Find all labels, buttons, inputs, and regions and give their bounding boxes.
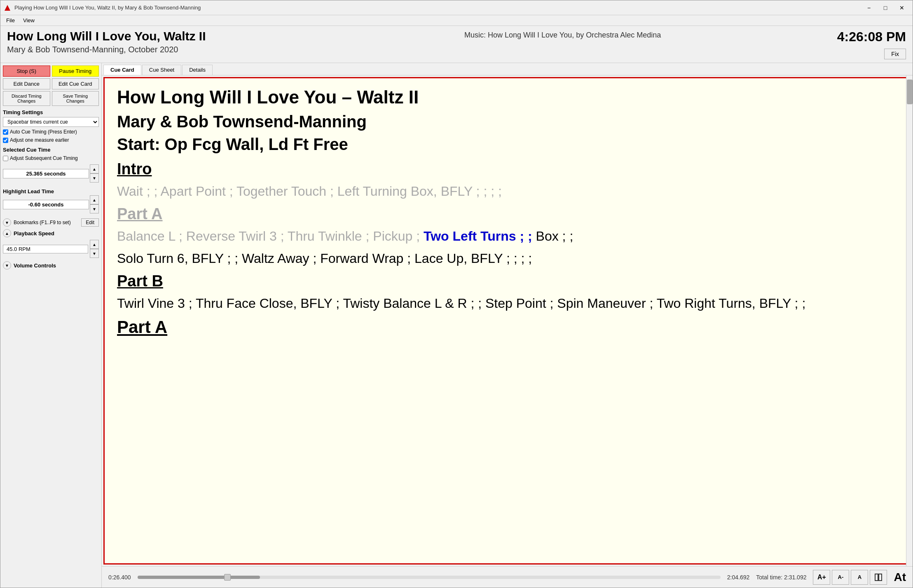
timing-change-buttons: Discard Timing Changes Save Timing Chang… <box>3 91 99 106</box>
cue-card-author: Mary & Bob Townsend-Manning <box>117 112 897 131</box>
cue-highlight-text: Two Left Turns ; ; <box>424 229 536 244</box>
header-right: 4:26:08 PM Fix <box>837 29 906 59</box>
rpm-up-button[interactable]: ▲ <box>90 240 99 249</box>
adjust-measure-checkbox[interactable] <box>3 138 8 143</box>
highlight-seconds-value: -0.60 seconds <box>3 200 89 209</box>
tab-cue-sheet[interactable]: Cue Sheet <box>142 65 181 75</box>
scrollbar-thumb[interactable] <box>907 80 913 104</box>
cue-arrows: ▲ ▼ <box>90 164 99 183</box>
time-start: 0:26.400 <box>108 574 131 581</box>
font-buttons: A+ A- A <box>813 570 887 585</box>
highlight-seconds-row: -0.60 seconds ▲ ▼ <box>3 195 99 213</box>
cue-card-title: How Long Will I Love You – Waltz II <box>117 87 897 108</box>
adjust-measure-row: Adjust one measure earlier <box>3 137 99 143</box>
main-window: Playing How Long Will I Love You, Waltz … <box>0 0 913 588</box>
main-content: Stop (S) Pause Timing Edit Dance Edit Cu… <box>0 63 913 588</box>
edit-dance-button[interactable]: Edit Dance <box>3 78 50 89</box>
auto-cue-row: Auto Cue Timing (Press Enter) <box>3 129 99 135</box>
bookmarks-label: Bookmarks (F1..F9 to set) <box>14 220 79 225</box>
progress-thumb[interactable] <box>224 574 231 581</box>
section-part-a: Part A <box>117 205 897 223</box>
selected-cue-label: Selected Cue Time <box>3 147 99 153</box>
layout-button[interactable] <box>870 570 887 585</box>
song-title: How Long Will I Love You, Waltz II <box>7 29 206 43</box>
highlight-up-button[interactable]: ▲ <box>90 195 99 204</box>
stop-button[interactable]: Stop (S) <box>3 66 50 77</box>
menu-bar: File View <box>0 15 913 26</box>
svg-rect-2 <box>879 574 882 581</box>
cue-line-part-a-2: Solo Turn 6, BFLY ; ; Waltz Away ; Forwa… <box>117 248 897 268</box>
cue-line-intro: Wait ; ; Apart Point ; Together Touch ; … <box>117 181 897 201</box>
cue-card[interactable]: How Long Will I Love You – Waltz II Mary… <box>103 77 911 565</box>
bookmarks-edit-button[interactable]: Edit <box>81 218 99 227</box>
edit-cue-card-button[interactable]: Edit Cue Card <box>52 78 99 89</box>
playback-collapse-button[interactable]: ▲ <box>3 229 11 237</box>
volume-label: Volume Controls <box>14 262 56 269</box>
auto-cue-label: Auto Cue Timing (Press Enter) <box>10 129 77 135</box>
music-info: Music: How Long Will I Love You, by Orch… <box>288 29 837 40</box>
cue-down-button[interactable]: ▼ <box>90 173 99 183</box>
app-icon <box>4 4 11 12</box>
font-increase-button[interactable]: A+ <box>813 570 830 585</box>
adjust-subsequent-label: Adjust Subsequent Cue Timing <box>10 155 78 161</box>
cue-normal-text-1: Box ; ; <box>536 229 574 244</box>
title-bar-text: Playing How Long Will I Love You, Waltz … <box>14 5 861 11</box>
highlight-label: Highlight Lead Time <box>3 188 99 194</box>
cue-card-start: Start: Op Fcg Wall, Ld Ft Free <box>117 135 897 154</box>
scrollbar[interactable] <box>906 75 913 566</box>
current-time: 4:26:08 PM <box>837 29 906 45</box>
cue-seconds-value: 25.365 seconds <box>3 169 89 178</box>
volume-collapse-button[interactable]: ▼ <box>3 261 11 269</box>
adjust-subsequent-checkbox[interactable] <box>3 156 8 161</box>
title-bar: Playing How Long Will I Love You, Waltz … <box>0 0 913 15</box>
section-intro: Intro <box>117 160 897 178</box>
highlight-down-button[interactable]: ▼ <box>90 204 99 213</box>
progress-fill <box>138 576 260 579</box>
progress-bar[interactable] <box>138 576 721 579</box>
cue-dim-text-1: Balance L ; Reverse Twirl 3 ; Thru Twink… <box>117 229 424 244</box>
section-part-b: Part B <box>117 272 897 290</box>
section-part-a-2: Part A <box>117 317 897 337</box>
cue-line-part-a-1: Balance L ; Reverse Twirl 3 ; Thru Twink… <box>117 226 897 246</box>
title-bar-controls: − □ ✕ <box>861 2 909 13</box>
menu-view[interactable]: View <box>19 16 39 24</box>
cue-seconds-row: 25.365 seconds ▲ ▼ <box>3 164 99 183</box>
header-row: How Long Will I Love You, Waltz II Mary … <box>7 29 906 59</box>
cue-card-wrapper: How Long Will I Love You – Waltz II Mary… <box>102 75 913 566</box>
content-area: Cue Card Cue Sheet Details How Long Will… <box>102 63 913 588</box>
close-button[interactable]: ✕ <box>894 2 909 13</box>
timing-settings-dropdown[interactable]: Spacebar times current cue <box>3 117 99 127</box>
tabs: Cue Card Cue Sheet Details <box>102 65 913 75</box>
minimize-button[interactable]: − <box>861 2 876 13</box>
volume-row: ▼ Volume Controls <box>3 261 99 269</box>
rpm-row: 45.0 RPM ▲ ▼ <box>3 240 99 258</box>
bookmarks-collapse-button[interactable]: ▼ <box>3 218 11 227</box>
fix-button[interactable]: Fix <box>884 49 906 59</box>
tab-details[interactable]: Details <box>182 65 213 75</box>
save-button[interactable]: Save Timing Changes <box>52 91 99 106</box>
layout-icon <box>874 573 883 581</box>
highlight-section: Highlight Lead Time -0.60 seconds ▲ ▼ <box>3 187 99 214</box>
sidebar: Stop (S) Pause Timing Edit Dance Edit Cu… <box>0 63 102 588</box>
svg-marker-0 <box>5 5 10 11</box>
cue-line-part-b-1: Twirl Vine 3 ; Thru Face Close, BFLY ; T… <box>117 293 897 313</box>
tab-cue-card[interactable]: Cue Card <box>103 65 141 75</box>
font-reset-button[interactable]: A <box>851 570 868 585</box>
adjust-subsequent-row: Adjust Subsequent Cue Timing <box>3 155 99 161</box>
timing-settings-label: Timing Settings <box>3 109 99 115</box>
at-label: At <box>894 571 906 584</box>
maximize-button[interactable]: □ <box>878 2 893 13</box>
discard-button[interactable]: Discard Timing Changes <box>3 91 50 106</box>
highlight-arrows: ▲ ▼ <box>90 195 99 213</box>
header: How Long Will I Love You, Waltz II Mary … <box>0 26 913 63</box>
font-decrease-button[interactable]: A- <box>832 570 849 585</box>
menu-file[interactable]: File <box>2 16 19 24</box>
playback-label: Playback Speed <box>14 230 54 237</box>
author-date: Mary & Bob Townsend-Manning, October 202… <box>7 45 206 54</box>
adjust-measure-label: Adjust one measure earlier <box>10 137 69 143</box>
rpm-down-button[interactable]: ▼ <box>90 249 99 258</box>
pause-button[interactable]: Pause Timing <box>52 66 99 77</box>
auto-cue-checkbox[interactable] <box>3 129 8 135</box>
cue-up-button[interactable]: ▲ <box>90 164 99 173</box>
rpm-arrows: ▲ ▼ <box>90 240 99 258</box>
